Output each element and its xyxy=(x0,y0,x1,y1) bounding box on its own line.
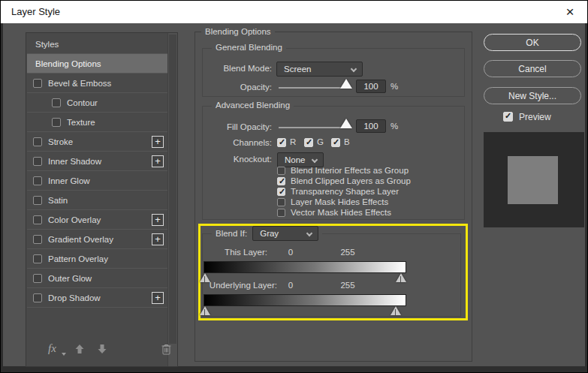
underlying-layer-white-handle[interactable] xyxy=(390,306,401,315)
underlying-layer-min: 0 xyxy=(283,281,298,290)
add-effect-button[interactable]: + xyxy=(152,233,164,245)
sidebar-item-bevel-emboss[interactable]: Bevel & Emboss xyxy=(27,74,167,93)
sidebar-item-styles[interactable]: Styles xyxy=(27,35,167,54)
fill-opacity-input[interactable] xyxy=(356,119,386,133)
blend-mode-select[interactable]: Screen xyxy=(276,62,363,77)
sidebar-item-blending-options[interactable]: Blending Options xyxy=(27,54,167,74)
knockout-select[interactable]: None xyxy=(277,152,324,167)
effect-checkbox[interactable] xyxy=(33,79,42,88)
close-button[interactable]: × xyxy=(557,2,583,22)
sidebar-item-satin[interactable]: Satin xyxy=(27,191,167,210)
transparency-shapes-checkbox[interactable] xyxy=(277,188,285,196)
transparency-shapes-label: Transparency Shapes Layer xyxy=(291,187,399,196)
sidebar-item-gradient-overlay[interactable]: Gradient Overlay + xyxy=(27,230,167,249)
opacity-slider-thumb[interactable] xyxy=(340,79,352,89)
effect-checkbox[interactable] xyxy=(33,254,42,263)
effect-checkbox[interactable] xyxy=(33,137,42,146)
fill-opacity-unit: % xyxy=(390,122,398,131)
up-arrow-icon xyxy=(74,343,86,355)
blend-clipped-label: Blend Clipped Layers as Group xyxy=(291,176,411,185)
underlying-layer-max: 255 xyxy=(336,281,359,290)
channel-b-checkbox[interactable] xyxy=(331,138,340,147)
general-blending-group: General Blending Blend Mode: Screen Opac… xyxy=(202,48,465,97)
channel-r-label: R xyxy=(290,137,296,146)
effect-checkbox[interactable] xyxy=(33,274,42,283)
sidebar-item-color-overlay[interactable]: Color Overlay + xyxy=(27,210,167,230)
general-blending-legend: General Blending xyxy=(212,43,286,52)
sidebar-scrollbar[interactable] xyxy=(167,33,177,366)
delete-effect-button[interactable] xyxy=(159,343,173,356)
underlying-layer-black-handle[interactable] xyxy=(200,306,210,315)
effect-checkbox[interactable] xyxy=(52,118,61,127)
opacity-label: Opacity: xyxy=(203,83,272,92)
opacity-input[interactable] xyxy=(356,80,386,93)
blend-interior-checkbox[interactable] xyxy=(277,167,285,175)
scrollbar-thumb[interactable] xyxy=(169,35,176,344)
channel-g-checkbox[interactable] xyxy=(304,138,313,147)
layer-style-dialog: Layer Style × Styles Blending Options Be… xyxy=(0,0,588,373)
sidebar-item-inner-shadow[interactable]: Inner Shadow + xyxy=(27,152,167,171)
add-effect-button[interactable]: + xyxy=(152,136,164,148)
close-icon: × xyxy=(565,4,574,20)
panel-title: Blending Options xyxy=(201,27,275,36)
effect-checkbox[interactable] xyxy=(33,176,42,185)
add-effect-button[interactable]: + xyxy=(152,214,164,226)
blend-if-value: Gray xyxy=(260,229,279,238)
move-effect-up-button[interactable] xyxy=(73,343,86,356)
new-style-button[interactable]: New Style... xyxy=(484,87,581,104)
effect-checkbox[interactable] xyxy=(52,98,61,107)
underlying-layer-label: Underlying Layer: xyxy=(198,281,277,290)
preview-layer-swatch xyxy=(508,156,558,204)
layer-mask-hides-checkbox[interactable] xyxy=(277,198,285,206)
channel-r-checkbox[interactable] xyxy=(277,138,286,147)
effect-checkbox[interactable] xyxy=(33,215,42,224)
effect-checkbox[interactable] xyxy=(33,235,42,244)
sidebar-footer: fx xyxy=(26,341,167,366)
vector-mask-hides-label: Vector Mask Hides Effects xyxy=(291,208,391,217)
trash-icon xyxy=(161,343,172,355)
sidebar-item-contour[interactable]: Contour xyxy=(27,93,167,113)
blend-mode-label: Blend Mode: xyxy=(203,64,272,73)
channels-label: Channels: xyxy=(203,138,272,147)
blending-options-panel: Blending Options General Blending Blend … xyxy=(194,32,472,362)
blend-if-select[interactable]: Gray xyxy=(252,226,318,241)
add-effect-button[interactable]: + xyxy=(152,292,164,304)
ok-button[interactable]: OK xyxy=(484,34,581,51)
titlebar: Layer Style × xyxy=(1,1,587,23)
fx-menu-button[interactable]: fx xyxy=(48,342,56,355)
styles-sidebar: Styles Blending Options Bevel & Emboss C… xyxy=(26,32,178,367)
preview-checkbox[interactable] xyxy=(503,112,513,122)
fill-opacity-label: Fill Opacity: xyxy=(203,122,272,131)
preview-thumbnail xyxy=(484,132,584,227)
fill-opacity-slider-thumb[interactable] xyxy=(340,119,352,128)
opacity-slider-track[interactable] xyxy=(279,87,348,89)
knockout-label: Knockout: xyxy=(203,155,272,164)
sidebar-item-stroke[interactable]: Stroke + xyxy=(27,132,167,152)
underlying-layer-gradient-bar xyxy=(204,294,406,306)
sidebar-item-drop-shadow[interactable]: Drop Shadow + xyxy=(27,288,167,308)
vector-mask-hides-checkbox[interactable] xyxy=(277,209,285,217)
opacity-unit: % xyxy=(390,82,398,91)
blend-clipped-checkbox[interactable] xyxy=(277,177,285,185)
effects-list: Styles Blending Options Bevel & Emboss C… xyxy=(27,35,167,308)
effect-checkbox[interactable] xyxy=(33,293,42,302)
cancel-button[interactable]: Cancel xyxy=(484,60,581,77)
action-column: OK Cancel New Style... Preview xyxy=(484,23,586,358)
blend-if-label: Blend If: xyxy=(216,229,247,238)
sidebar-item-texture[interactable]: Texture xyxy=(27,113,167,132)
sidebar-item-inner-glow[interactable]: Inner Glow xyxy=(27,171,167,191)
add-effect-button[interactable]: + xyxy=(152,155,164,167)
blend-if-legend: Blend If: Gray xyxy=(212,226,322,241)
sidebar-item-outer-glow[interactable]: Outer Glow xyxy=(27,269,167,288)
fill-opacity-slider-track[interactable] xyxy=(279,127,348,128)
this-layer-white-handle[interactable] xyxy=(396,273,406,282)
effect-checkbox[interactable] xyxy=(33,157,42,166)
effect-checkbox[interactable] xyxy=(33,196,42,205)
move-effect-down-button[interactable] xyxy=(95,343,109,356)
dialog-body: Styles Blending Options Bevel & Emboss C… xyxy=(3,23,585,366)
chevron-down-icon xyxy=(351,66,357,72)
sidebar-item-pattern-overlay[interactable]: Pattern Overlay xyxy=(27,249,167,269)
window-title: Layer Style xyxy=(11,6,60,17)
blend-if-group: Blend If: Gray This Layer: 0 255 Underly… xyxy=(202,233,461,317)
channel-b-label: B xyxy=(344,137,350,146)
